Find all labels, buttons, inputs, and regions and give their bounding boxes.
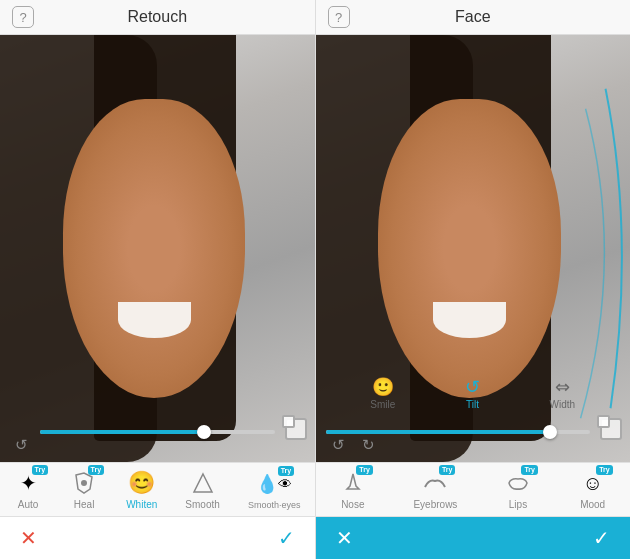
mood-icon: ☺ Try (579, 469, 607, 497)
tool-lips[interactable]: Try Lips (500, 467, 536, 512)
mood-label: Mood (580, 499, 605, 510)
retouch-slider-track[interactable] (40, 430, 275, 434)
heal-icon: Try (70, 469, 98, 497)
retouch-cancel-button[interactable]: ✕ (20, 526, 37, 550)
lips-icon: Try (504, 469, 532, 497)
face-slider-track[interactable] (326, 430, 591, 434)
tool-eyebrows[interactable]: Try Eyebrows (409, 467, 461, 512)
right-panel-header: ? Face (316, 0, 631, 34)
retouch-confirm-button[interactable]: ✓ (278, 526, 295, 550)
tool-mood[interactable]: ☺ Try Mood (575, 467, 611, 512)
eyebrows-icon: Try (421, 469, 449, 497)
svg-point-0 (81, 480, 87, 486)
left-help-button[interactable]: ? (12, 6, 34, 28)
face-action-half: ✕ ✓ (316, 517, 631, 559)
nose-label: Nose (341, 499, 364, 510)
lips-label: Lips (509, 499, 527, 510)
face-slider-thumb[interactable] (543, 425, 557, 439)
retouch-action-half: ✕ ✓ (0, 517, 316, 559)
smooth-label: Smooth (185, 499, 219, 510)
whiten-icon: 😊 (128, 469, 156, 497)
left-panel-title: Retouch (127, 8, 187, 26)
tool-auto[interactable]: ✦ Try Auto (10, 467, 46, 512)
eyebrows-label: Eyebrows (413, 499, 457, 510)
face-portrait: ↺ ↻ 🙂 Smile ↺ (316, 35, 631, 462)
face-skin-r (378, 99, 560, 398)
tools-row: ✦ Try Auto Try Heal 😊 Whiten (0, 463, 630, 516)
face-feature-labels: 🙂 Smile ↺ Tilt ⇔ Width (316, 376, 631, 410)
face-cancel-button[interactable]: ✕ (336, 526, 353, 550)
width-label[interactable]: ⇔ Width (550, 376, 576, 410)
copy-button-right[interactable] (600, 418, 622, 440)
whiten-label: Whiten (126, 499, 157, 510)
smooth-eyes-label: Smooth·eyes (248, 500, 301, 510)
smile-label[interactable]: 🙂 Smile (370, 376, 395, 410)
tool-nose[interactable]: Try Nose (335, 467, 371, 512)
tool-smooth-eyes[interactable]: 💧👁 Try Smooth·eyes (244, 468, 305, 512)
tool-bar: ✦ Try Auto Try Heal 😊 Whiten (0, 462, 630, 517)
retouch-slider-thumb[interactable] (197, 425, 211, 439)
redo-icon-right[interactable]: ↻ (358, 434, 380, 456)
header-bar: ? Retouch ? Face (0, 0, 630, 35)
retouch-portrait: ↺ (0, 35, 315, 462)
right-panel-title: Face (455, 8, 491, 26)
tools-right-half: Try Nose Try Eyebrows Try Lips (316, 463, 631, 516)
nose-icon: Try (339, 469, 367, 497)
right-help-button[interactable]: ? (328, 6, 350, 28)
auto-icon: ✦ Try (14, 469, 42, 497)
right-panel-controls: ↺ ↻ (328, 434, 380, 456)
undo-icon-left[interactable]: ↺ (10, 434, 32, 456)
face-skin (63, 99, 245, 398)
left-panel-controls: ↺ (10, 434, 32, 456)
tool-whiten[interactable]: 😊 Whiten (122, 467, 161, 512)
smile-teeth (118, 302, 191, 338)
auto-label: Auto (18, 499, 39, 510)
action-bar: ✕ ✓ ✕ ✓ (0, 517, 630, 559)
copy-button-left[interactable] (285, 418, 307, 440)
tool-smooth[interactable]: Smooth (181, 467, 223, 512)
tilt-label[interactable]: ↺ Tilt (465, 376, 480, 410)
face-panel[interactable]: ↺ ↻ 🙂 Smile ↺ (316, 35, 631, 462)
tool-heal[interactable]: Try Heal (66, 467, 102, 512)
retouch-panel[interactable]: ↺ (0, 35, 316, 462)
smooth-eyes-icon: 💧👁 Try (260, 470, 288, 498)
smooth-icon (189, 469, 217, 497)
panels-row: ↺ (0, 35, 630, 462)
svg-marker-1 (194, 474, 212, 492)
face-simulation-left (0, 35, 315, 462)
tools-left-half: ✦ Try Auto Try Heal 😊 Whiten (0, 463, 316, 516)
heal-label: Heal (74, 499, 95, 510)
left-panel-header: ? Retouch (0, 0, 316, 34)
face-confirm-button[interactable]: ✓ (593, 526, 610, 550)
undo-icon-right[interactable]: ↺ (328, 434, 350, 456)
smile-teeth-r (433, 302, 506, 338)
